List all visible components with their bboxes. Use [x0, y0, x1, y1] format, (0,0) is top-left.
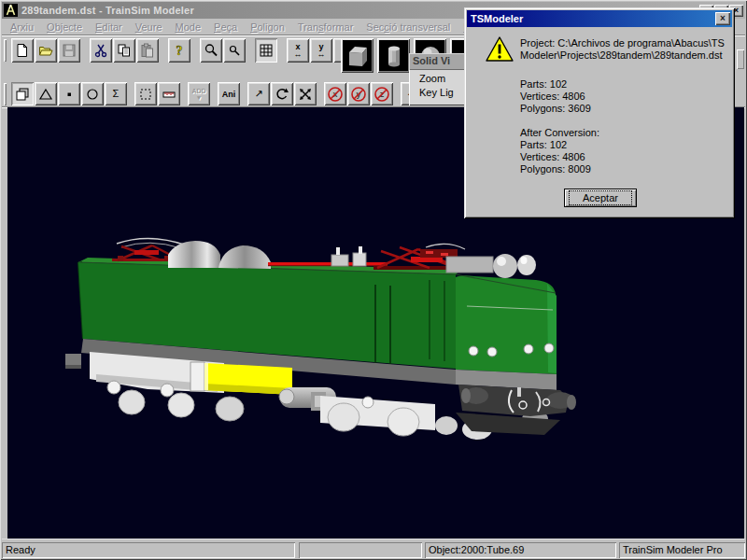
dialog-titlebar[interactable]: TSModeler ×: [467, 10, 732, 27]
spline-mode-button[interactable]: Σ: [105, 82, 127, 105]
move-tool-button[interactable]: ↗: [247, 82, 270, 105]
new-icon: [15, 43, 30, 58]
menu-mode[interactable]: Mode: [169, 20, 208, 35]
select-box-icon: [138, 87, 153, 102]
select-box-button[interactable]: [134, 82, 157, 105]
point-mode-button[interactable]: [58, 82, 80, 105]
aceptar-button[interactable]: Aceptar: [564, 189, 637, 207]
parts-count: Parts: 102: [520, 78, 727, 91]
svg-text:?: ?: [176, 44, 183, 58]
ruler-icon: [162, 87, 176, 102]
zoom-in-icon: [204, 43, 218, 58]
zoom-in-button[interactable]: [200, 38, 222, 63]
grid-toggle-button[interactable]: [255, 38, 277, 63]
menu-poligon[interactable]: Poligon: [244, 20, 291, 35]
after-vertices-count: Vertices: 4806: [520, 151, 727, 163]
dialog-title: TSModeler: [469, 13, 715, 24]
menu-transformar[interactable]: Transformar: [291, 20, 360, 35]
lock-x-icon: x: [327, 86, 344, 103]
open-icon: [38, 43, 53, 58]
toolbar-grabber[interactable]: [4, 39, 7, 62]
status-ready: Ready: [2, 542, 295, 558]
menu-seccio-transversal[interactable]: Secció transversal: [359, 20, 457, 35]
axis-y-icon: y↔: [317, 43, 326, 59]
add-icon: ADD▾: [191, 88, 205, 101]
open-button[interactable]: [35, 38, 57, 63]
menu-objecte[interactable]: Objecte: [40, 20, 89, 35]
circle-mode-button[interactable]: [81, 82, 104, 105]
main-window: 289tandem.dst - TrainSim Modeler × Arxiu…: [0, 0, 747, 560]
zoom-out-button[interactable]: [223, 38, 246, 63]
cut-icon: [93, 43, 108, 58]
point-icon: [62, 87, 77, 102]
save-icon: [62, 43, 77, 58]
lock-x-button[interactable]: x: [324, 82, 346, 105]
zoom-out-icon: [227, 43, 242, 58]
move-arrow-icon: ↗: [254, 89, 262, 99]
help-button[interactable]: ?: [168, 38, 190, 63]
axis-x-icon: x↔: [294, 43, 303, 59]
menu-arxiu[interactable]: Arxiu: [4, 20, 40, 35]
help-icon: ?: [172, 43, 187, 58]
project-path-line2: Modeler\Projects\289tandem\289tandem.dst: [520, 49, 727, 62]
view-cylinder-button[interactable]: [377, 38, 410, 73]
after-parts-count: Parts: 102: [520, 139, 727, 151]
aceptar-label: Aceptar: [569, 190, 632, 205]
scale-tool-button[interactable]: [294, 82, 317, 105]
side-scrollbar-thumb[interactable]: [737, 49, 744, 69]
measure-button[interactable]: [158, 82, 180, 105]
lock-z-icon: z: [374, 86, 390, 103]
parts-mode-button[interactable]: [11, 82, 34, 105]
sigma-icon: Σ: [113, 89, 120, 99]
status-app-name: TrainSim Modeler Pro: [619, 542, 745, 558]
paste-button[interactable]: [136, 38, 159, 63]
axis-x-button[interactable]: x↔: [287, 38, 309, 63]
toolbar-grabber-2[interactable]: [4, 83, 7, 105]
cut-button[interactable]: [90, 38, 112, 63]
paste-icon: [140, 43, 155, 58]
menu-veure[interactable]: Veure: [129, 20, 169, 35]
view-solid-cube-button[interactable]: [341, 38, 374, 73]
lock-y-icon: y: [350, 86, 367, 103]
triangle-icon: [38, 87, 53, 102]
grid-icon: [259, 43, 274, 58]
add-button[interactable]: ADD▾: [188, 82, 210, 105]
save-button[interactable]: [58, 38, 80, 63]
polygon-mode-button[interactable]: [35, 82, 57, 105]
ani-icon: Ani: [222, 90, 236, 99]
status-object: Object:2000:Tube.69: [425, 542, 616, 558]
cube-icon: [344, 42, 372, 70]
dialog-message: Project: C:\Archivos de programa\Abacus\…: [520, 37, 727, 175]
rotate-icon: [275, 87, 289, 102]
scale-icon: [298, 87, 313, 102]
vertices-count: Vertices: 4806: [520, 91, 727, 103]
menu-editar[interactable]: Editar: [89, 20, 129, 35]
rotate-tool-button[interactable]: [271, 82, 293, 105]
copy-button[interactable]: [113, 38, 135, 63]
status-empty: [299, 542, 422, 558]
animate-button[interactable]: Ani: [218, 82, 240, 105]
copy-icon: [117, 43, 132, 58]
menu-peca[interactable]: Peça: [207, 20, 244, 35]
after-polygons-count: Polygons: 8009: [520, 163, 727, 175]
lock-z-button[interactable]: z: [371, 82, 393, 105]
after-conversion-header: After Conversion:: [520, 127, 727, 139]
new-button[interactable]: [11, 38, 34, 63]
axis-y-button[interactable]: y↔: [310, 38, 332, 63]
circle-icon: [85, 87, 100, 102]
parts-icon: [15, 87, 30, 102]
warning-icon: [485, 35, 514, 64]
project-path-line1: Project: C:\Archivos de programa\Abacus\…: [520, 37, 727, 49]
cylinder-icon: [380, 42, 408, 70]
tsmodeler-dialog: TSModeler × Project: C:\Archivos de prog…: [464, 7, 735, 218]
polygons-count: Polygons: 3609: [520, 103, 727, 115]
lock-y-button[interactable]: y: [347, 82, 370, 105]
app-icon: [4, 4, 19, 17]
statusbar: Ready Object:2000:Tube.69 TrainSim Model…: [2, 539, 745, 558]
dialog-close-icon: ×: [720, 14, 726, 23]
dialog-close-button[interactable]: ×: [715, 12, 730, 25]
